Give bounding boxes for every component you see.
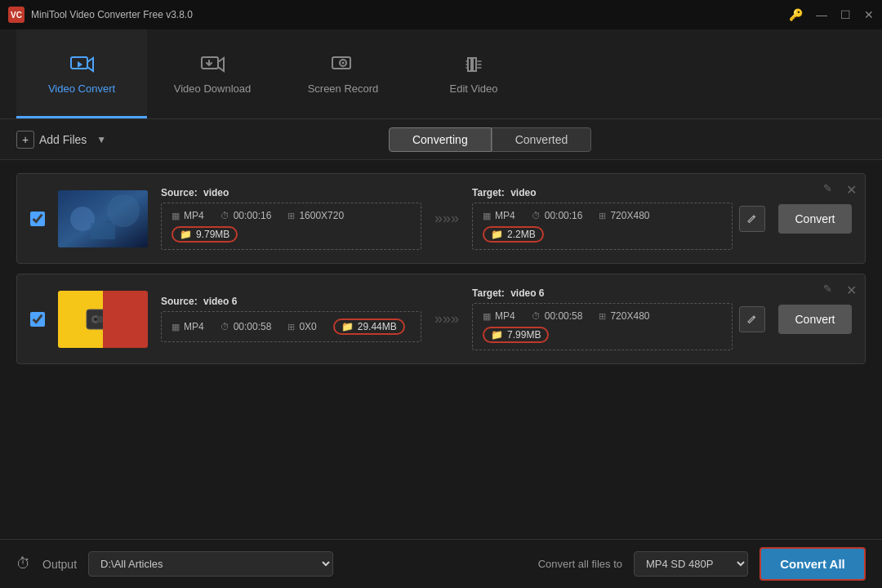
res-icon-t: ⊞ bbox=[599, 211, 606, 221]
format-icon: ▦ bbox=[172, 211, 180, 221]
thumbnail-1-bg bbox=[58, 190, 148, 247]
convert-button-1[interactable]: Convert bbox=[778, 204, 852, 234]
target-box-2: ▦ MP4 ⏱ 00:00:58 ⊞ 720X480 📁 7.99MB bbox=[472, 303, 733, 350]
target-label-2: Target: video 6 bbox=[472, 287, 733, 299]
toolbar: + Add Files ▼ Converting Converted bbox=[0, 119, 882, 160]
arrow-1: »»» bbox=[428, 210, 466, 227]
source-size-badge-1: 📁 9.79MB bbox=[172, 226, 238, 243]
convert-all-files-to-label: Convert all files to bbox=[538, 558, 622, 570]
tab-screen-record[interactable]: Screen Record bbox=[278, 29, 408, 118]
source-resolution-2: ⊞ 0X0 bbox=[287, 318, 316, 335]
source-col-2: Source: video 6 ▦ MP4 ⏱ 00:00:58 ⊞ 0X0 bbox=[161, 296, 421, 342]
format-icon-t: ▦ bbox=[483, 211, 491, 221]
video-download-icon bbox=[200, 51, 225, 76]
card-edit-icon-1[interactable]: ✎ bbox=[823, 182, 832, 194]
tab-video-convert[interactable]: Video Convert bbox=[16, 29, 147, 118]
source-format-2: ▦ MP4 bbox=[172, 318, 204, 335]
target-label-1: Target: video bbox=[472, 187, 733, 198]
maximize-button[interactable]: ☐ bbox=[840, 8, 851, 21]
arrow-icon-1: »»» bbox=[434, 210, 459, 227]
tab-converting-button[interactable]: Converting bbox=[389, 127, 492, 152]
format-icon-t2: ▦ bbox=[483, 311, 491, 322]
card-close-button-2[interactable]: ✕ bbox=[846, 283, 857, 298]
svg-rect-2 bbox=[332, 57, 350, 69]
svg-rect-8 bbox=[91, 223, 115, 239]
convert-all-button[interactable]: Convert All bbox=[760, 547, 866, 581]
tab-switcher: Converting Converted bbox=[389, 127, 591, 152]
output-label: Output bbox=[42, 558, 77, 571]
folder-icon-t: 📁 bbox=[491, 229, 503, 240]
source-size-badge-2: 📁 29.44MB bbox=[333, 318, 405, 335]
arrow-2: »»» bbox=[428, 310, 466, 327]
format-select[interactable]: MP4 SD 480P bbox=[634, 551, 748, 577]
file-card-2-checkbox[interactable] bbox=[30, 312, 45, 327]
tab-video-download-label: Video Download bbox=[174, 82, 251, 95]
target-edit-button-2[interactable] bbox=[739, 306, 765, 332]
svg-point-12 bbox=[94, 318, 97, 321]
source-box-1: ▦ MP4 ⏱ 00:00:16 ⊞ 1600X720 📁 9.79MB bbox=[161, 203, 421, 250]
key-icon[interactable]: 🔑 bbox=[789, 8, 803, 21]
card-close-button-1[interactable]: ✕ bbox=[846, 182, 857, 198]
folder-icon-t2: 📁 bbox=[491, 329, 503, 341]
target-edit-button-1[interactable] bbox=[739, 206, 765, 232]
target-col-1: Target: video ▦ MP4 ⏱ 00:00:16 ⊞ 720X480 bbox=[472, 187, 733, 250]
res-icon-t2: ⊞ bbox=[599, 311, 606, 322]
tab-video-convert-label: Video Convert bbox=[48, 82, 115, 95]
res-icon: ⊞ bbox=[287, 211, 295, 221]
source-duration-1: ⏱ 00:00:16 bbox=[220, 210, 272, 221]
clock-icon-t: ⏱ bbox=[532, 211, 541, 220]
add-files-button[interactable]: + Add Files bbox=[16, 131, 87, 149]
tab-edit-video[interactable]: Edit Video bbox=[408, 29, 539, 118]
format-icon-2: ▦ bbox=[172, 322, 180, 332]
target-box-1: ▦ MP4 ⏱ 00:00:16 ⊞ 720X480 📁 2.2MB bbox=[472, 203, 733, 250]
add-files-plus-icon: + bbox=[16, 131, 34, 149]
source-target-wrapper-2: Source: video 6 ▦ MP4 ⏱ 00:00:58 ⊞ 0X0 bbox=[161, 287, 765, 350]
convert-button-2[interactable]: Convert bbox=[778, 305, 852, 334]
clock-icon-t2: ⏱ bbox=[532, 311, 541, 321]
add-files-dropdown[interactable]: ▼ bbox=[96, 134, 106, 145]
svg-point-7 bbox=[107, 194, 140, 227]
clock-icon: ⏱ bbox=[220, 211, 229, 220]
file-card-1-checkbox[interactable] bbox=[30, 212, 45, 226]
nav-tabs: Video Convert Video Download Screen Reco… bbox=[0, 29, 882, 119]
source-label-2: Source: video 6 bbox=[161, 296, 421, 307]
target-format-1: ▦ MP4 bbox=[483, 210, 515, 221]
file-card-2: Source: video 6 ▦ MP4 ⏱ 00:00:58 ⊞ 0X0 bbox=[16, 274, 866, 364]
folder-icon-2: 📁 bbox=[341, 321, 354, 332]
edit-video-icon bbox=[461, 51, 486, 76]
target-resolution-1: ⊞ 720X480 bbox=[599, 210, 649, 221]
app-title: MiniTool Video Converter Free v3.8.0 bbox=[31, 9, 193, 20]
bottombar: ⏱ Output D:\All Articles Convert all fil… bbox=[0, 539, 882, 588]
output-icon: ⏱ bbox=[16, 555, 31, 572]
output-path-select[interactable]: D:\All Articles bbox=[88, 551, 333, 577]
file-thumbnail-2 bbox=[58, 291, 148, 348]
add-files-label: Add Files bbox=[39, 133, 87, 146]
source-target-wrapper-1: Source: video ▦ MP4 ⏱ 00:00:16 ⊞ 1600X72… bbox=[161, 187, 765, 250]
tab-video-download[interactable]: Video Download bbox=[147, 29, 278, 118]
source-box-2: ▦ MP4 ⏱ 00:00:58 ⊞ 0X0 📁 29.44MB bbox=[161, 311, 421, 342]
titlebar-controls: 🔑 — ☐ ✕ bbox=[789, 8, 874, 21]
tab-screen-record-label: Screen Record bbox=[308, 82, 379, 95]
source-format-1: ▦ MP4 bbox=[172, 210, 204, 221]
file-card-1: Source: video ▦ MP4 ⏱ 00:00:16 ⊞ 1600X72… bbox=[16, 173, 866, 264]
target-size-badge-2: 📁 7.99MB bbox=[483, 327, 549, 343]
card-edit-icon-2[interactable]: ✎ bbox=[823, 283, 832, 295]
file-thumbnail-1 bbox=[58, 190, 148, 247]
source-resolution-1: ⊞ 1600X720 bbox=[287, 210, 344, 221]
titlebar: VC MiniTool Video Converter Free v3.8.0 … bbox=[0, 0, 882, 29]
source-label-1: Source: video bbox=[161, 187, 421, 198]
clock-icon-2: ⏱ bbox=[220, 322, 229, 332]
target-resolution-2: ⊞ 720X480 bbox=[599, 310, 649, 322]
app-logo: VC bbox=[8, 7, 24, 23]
folder-icon: 📁 bbox=[180, 229, 192, 240]
source-duration-2: ⏱ 00:00:58 bbox=[220, 318, 272, 335]
source-col-1: Source: video ▦ MP4 ⏱ 00:00:16 ⊞ 1600X72… bbox=[161, 187, 421, 250]
content-area: Source: video ▦ MP4 ⏱ 00:00:16 ⊞ 1600X72… bbox=[0, 160, 882, 539]
target-col-2: Target: video 6 ▦ MP4 ⏱ 00:00:58 ⊞ 720X4… bbox=[472, 287, 733, 350]
tab-converted-button[interactable]: Converted bbox=[492, 127, 592, 152]
titlebar-left: VC MiniTool Video Converter Free v3.8.0 bbox=[8, 7, 193, 23]
minimize-button[interactable]: — bbox=[816, 8, 827, 21]
thumbnail-2-bg bbox=[58, 291, 148, 348]
target-size-badge-1: 📁 2.2MB bbox=[483, 226, 544, 243]
close-button[interactable]: ✕ bbox=[864, 8, 874, 21]
